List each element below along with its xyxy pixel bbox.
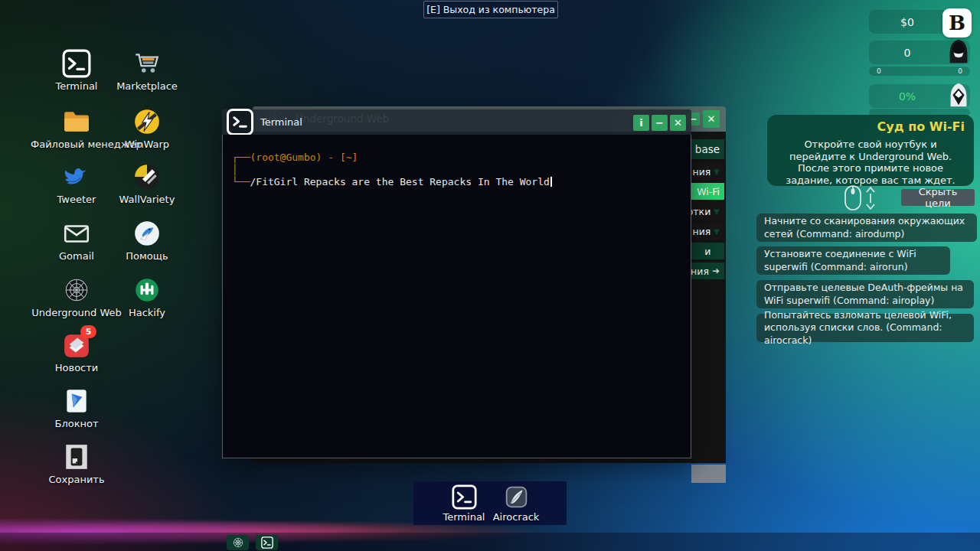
envelope-icon xyxy=(62,219,91,248)
spiderweb-icon xyxy=(62,276,91,305)
desktop-icon-wallvariety[interactable]: WallVariety xyxy=(101,162,193,205)
bitcoin-icon: B xyxy=(942,8,972,37)
xp-right: 0 xyxy=(958,67,962,75)
chevron-down-icon: ▼ xyxy=(714,207,720,216)
wallpaper-icon xyxy=(132,162,162,191)
notepad-icon xyxy=(62,386,91,416)
desktop-icon-save[interactable]: Сохранить xyxy=(31,442,122,485)
terminal-window: Terminal i − ✕ ┌──(root@Gumbo) - [~]│└──… xyxy=(222,109,691,458)
folder-icon xyxy=(62,107,91,136)
desktop-icon-winwarp[interactable]: WinWarp xyxy=(101,107,193,150)
help-bird-icon xyxy=(132,219,162,248)
text-cursor xyxy=(550,177,552,187)
terminal-icon xyxy=(227,109,253,135)
desktop-icon-label: WinWarp xyxy=(101,139,193,150)
hackify-icon xyxy=(132,276,162,305)
task-item: Начните со сканирования окружающих сетей… xyxy=(756,214,977,242)
chevron-down-icon: ▼ xyxy=(714,168,720,176)
quest-title: Суд по Wi-Fi xyxy=(776,119,965,134)
close-button[interactable]: ✕ xyxy=(670,115,686,131)
dock-item-label: Airocrack xyxy=(489,511,543,523)
terminal-icon xyxy=(62,49,91,78)
bird-icon xyxy=(62,162,91,191)
desktop-icon-label: Новости xyxy=(31,362,122,373)
mouse-scroll-icon xyxy=(841,184,877,212)
desktop-icon-news[interactable]: 5 Новости xyxy=(31,331,122,373)
mask-icon xyxy=(944,81,973,110)
task-item: Отправьте целевые DeAuth-фреймы на WiFi … xyxy=(756,280,974,308)
quest-description: Откройте свой ноутбук и перейдите к Unde… xyxy=(776,139,965,186)
taskbar-item-underground-web[interactable] xyxy=(227,535,249,550)
task-item: Установите соединение с WiFi superwifi (… xyxy=(756,246,950,275)
desktop-icon-hackify[interactable]: Hackify xyxy=(101,276,193,318)
feather-shield-icon xyxy=(504,484,529,510)
dock: Terminal Airocrack xyxy=(413,481,567,525)
prompt-user: (root@Gumbo) - [~] xyxy=(250,152,358,163)
hacker-hood-icon xyxy=(944,37,973,67)
window-title: Terminal xyxy=(260,116,302,128)
terminal-icon xyxy=(452,484,477,510)
arrow-right-icon: ➜ xyxy=(712,266,720,276)
game-desktop: Terminal Marketplace Файловый менеджер W… xyxy=(0,0,980,551)
money-value: $0 xyxy=(869,10,946,34)
dock-item-terminal[interactable]: Terminal xyxy=(437,484,491,523)
crypto-value: 0 xyxy=(869,41,946,64)
xp-left: 0 xyxy=(877,67,881,75)
chevron-down-icon: ▼ xyxy=(714,227,720,236)
desktop-icon-label: Marketplace xyxy=(101,80,193,92)
uw-scrollbar[interactable] xyxy=(691,465,726,483)
news-badge: 5 xyxy=(80,325,96,338)
dock-item-airocrack[interactable]: Airocrack xyxy=(489,484,543,523)
desktop-icon-label: Блокнот xyxy=(31,418,122,429)
skill-value: 0% xyxy=(869,84,946,108)
desktop-icon-notepad[interactable]: Блокнот xyxy=(31,386,122,429)
desktop-icon-help[interactable]: Помощь xyxy=(101,219,193,262)
terminal-titlebar[interactable]: Terminal i − ✕ xyxy=(222,109,691,135)
taskbar-item-terminal[interactable] xyxy=(256,535,278,550)
desktop-icon-label: Помощь xyxy=(101,250,193,262)
dock-item-label: Terminal xyxy=(437,511,491,523)
close-button[interactable]: ✕ xyxy=(703,110,720,128)
exit-computer-hint: [E] Выход из компьютера xyxy=(423,1,558,18)
save-icon xyxy=(62,442,91,471)
desktop-icon-label: Сохранить xyxy=(31,474,122,485)
terminal-content[interactable]: ┌──(root@Gumbo) - [~]│└──/FitGirl Repack… xyxy=(222,135,691,458)
taskbar xyxy=(0,533,980,551)
task-item: Попытайтесь взломать целевой WiFi, испол… xyxy=(756,314,974,342)
typed-command: /FitGirl Repacks are the Best Repacks In… xyxy=(250,176,549,187)
cart-icon xyxy=(132,49,162,78)
hide-goals-button[interactable]: Скрыть цели xyxy=(901,189,975,206)
desktop-icon-label: Hackify xyxy=(101,307,193,318)
desktop-icon-marketplace[interactable]: Marketplace xyxy=(101,49,193,92)
quest-panel: Суд по Wi-Fi Откройте свой ноутбук и пер… xyxy=(767,115,974,186)
chevron-down-icon: ▼ xyxy=(714,247,720,256)
info-button[interactable]: i xyxy=(633,115,649,131)
xp-bar: 0 0 xyxy=(869,67,970,76)
lightning-icon xyxy=(132,107,162,136)
terminal-output: ┌──(root@Gumbo) - [~]│└──/FitGirl Repack… xyxy=(232,152,552,188)
desktop-icon-label: WallVariety xyxy=(101,194,193,205)
minimize-button[interactable]: − xyxy=(652,115,668,131)
